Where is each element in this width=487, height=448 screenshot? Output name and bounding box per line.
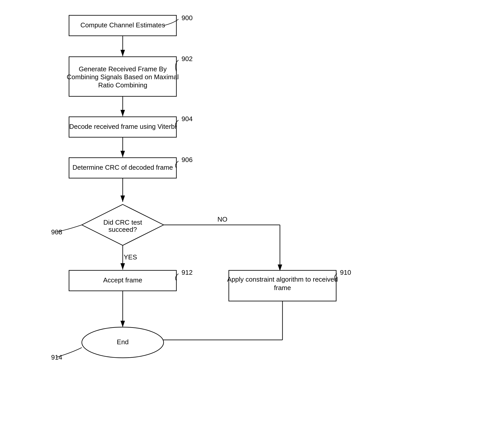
label-no: NO [218, 215, 228, 223]
ref-912: 912 [182, 269, 192, 276]
node-910-label-line1: Apply constraint algorithm to received [227, 275, 338, 283]
node-904-label: Decode received frame using Viterbi [69, 123, 176, 130]
ref-906: 906 [182, 156, 192, 164]
node-902-label-line3: Ratio Combining [98, 81, 147, 89]
node-906-label: Determine CRC of decoded frame [72, 164, 173, 171]
node-914-label: End [117, 338, 129, 346]
node-908-label-line1: Did CRC test [103, 219, 142, 226]
node-902-label-line2: Combining Signals Based on Maximal [67, 73, 179, 81]
ref-900: 900 [182, 14, 192, 22]
ref-910: 910 [340, 269, 351, 276]
node-900-label: Compute Channel Estimates [81, 21, 165, 29]
ref-902: 902 [182, 55, 192, 63]
ref-904: 904 [182, 115, 192, 123]
diagram-container: Compute Channel Estimates 900 Generate R… [0, 0, 487, 448]
node-908-label-line2: succeed? [108, 226, 137, 233]
label-yes: YES [124, 253, 137, 261]
node-910-label-line2: frame [274, 284, 291, 292]
node-912-label: Accept frame [103, 276, 142, 284]
node-902-label-line1: Generate Received Frame By [79, 65, 167, 73]
